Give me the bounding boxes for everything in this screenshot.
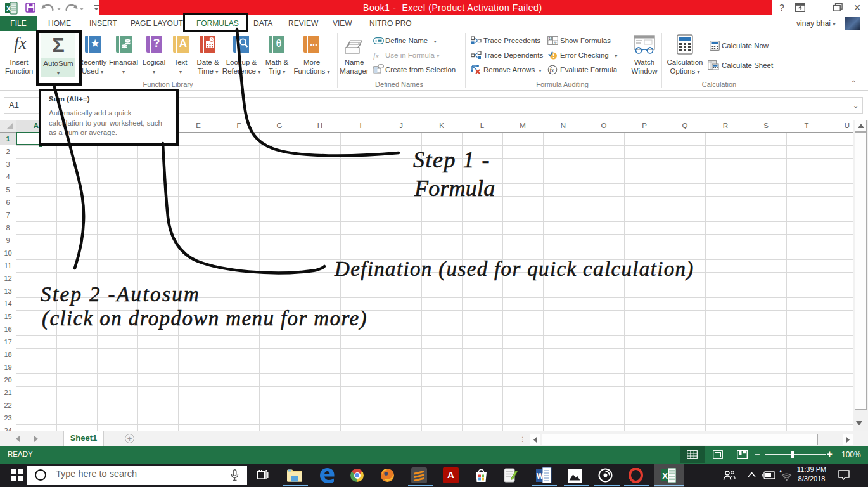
svg-text:fx: fx <box>550 67 555 74</box>
svg-text:15: 15 <box>549 37 552 41</box>
svg-text:X: X <box>662 471 668 481</box>
svg-text:W: W <box>537 472 544 481</box>
svg-text:X: X <box>6 4 11 13</box>
svg-text:*: * <box>779 469 782 476</box>
svg-text:fx: fx <box>554 41 557 45</box>
